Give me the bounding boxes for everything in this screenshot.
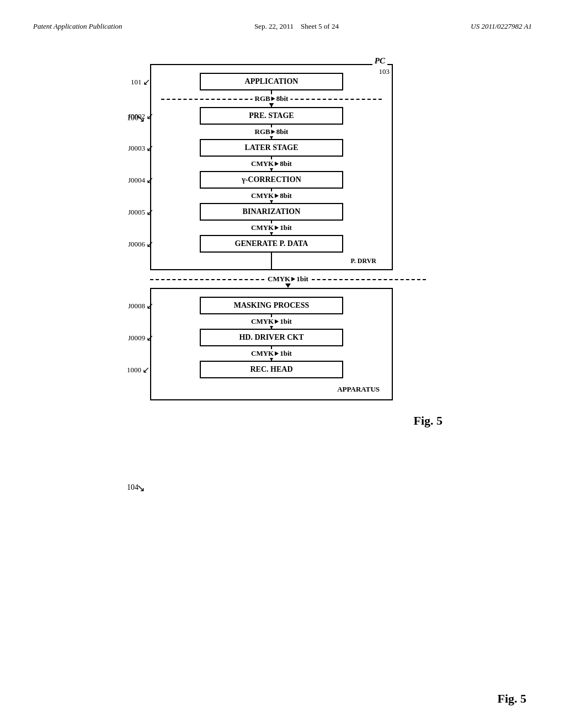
header-sheet: Sheet 5 of 24 xyxy=(301,22,339,30)
ref-J0003: J0003 ↙ xyxy=(128,143,153,153)
header-right: US 2011/0227982 A1 xyxy=(471,22,532,31)
publication-label: Patent Application Publication xyxy=(33,22,122,30)
binarization-row: J0005 ↙ BINARIZATION xyxy=(161,203,382,221)
signal-cmyk-1bit-inter-label: CMYK 1bit xyxy=(264,275,312,283)
block-hd-driver-ckt: HD. DRIVER CKT xyxy=(200,329,343,346)
hd-driver-ckt-row: J0009 ↙ HD. DRIVER CKT xyxy=(161,329,382,346)
ref-J0005: J0005 ↙ xyxy=(128,207,153,217)
block-binarization: BINARIZATION xyxy=(200,203,343,221)
signal-cmyk-1bit-4: CMYK 1bit xyxy=(161,346,382,361)
fig-5-label: Fig. 5 xyxy=(497,692,526,706)
signal-cmyk-8bit-2-label: CMYK 8bit xyxy=(249,191,294,200)
signal-rgb-top: RGB 8bit xyxy=(161,90,382,107)
signal-cmyk-8bit-1: CMYK 8bit xyxy=(161,157,382,171)
header-left: Patent Application Publication xyxy=(33,22,122,31)
arrow-104: ↙ xyxy=(137,482,145,494)
pc-label: PC xyxy=(372,56,387,66)
signal-cmyk-1bit-3-label: CMYK 1bit xyxy=(249,317,294,326)
page: Patent Application Publication Sep. 22, … xyxy=(0,0,565,728)
block-rec-head: REC. HEAD xyxy=(200,361,343,378)
signal-rgb-8bit-2: RGB 8bit xyxy=(253,127,291,136)
signal-cmyk-1bit-1-label: CMYK 1bit xyxy=(249,223,294,232)
ref-101: 101 ↙ xyxy=(131,77,150,87)
block-gamma-correction: γ-CORRECTION xyxy=(200,171,343,189)
signal-cmyk-1bit-4-label: CMYK 1bit xyxy=(249,349,294,358)
block-generate-p-data: GENERATE P. DATA xyxy=(200,235,343,253)
header: Patent Application Publication Sep. 22, … xyxy=(33,22,532,31)
pc-box: PC 103 101 ↙ APPLICATION xyxy=(150,64,393,270)
generate-p-data-row: J0006 ↙ GENERATE P. DATA xyxy=(161,235,382,253)
ref-J0002: J0002 ↙ xyxy=(128,111,153,121)
application-row: 101 ↙ APPLICATION xyxy=(161,73,382,90)
apparatus-label: APPARATUS xyxy=(161,385,382,394)
ref-J0004: J0004 ↙ xyxy=(128,175,153,185)
apparatus-box: J0008 ↙ MASKING PROCESS CMYK 1bit xyxy=(150,288,393,400)
pre-stage-row: J0002 ↙ PRE. STAGE xyxy=(161,107,382,125)
inter-box-signal: CMYK 1bit xyxy=(150,270,426,288)
gamma-correction-row: J0004 ↙ γ-CORRECTION xyxy=(161,171,382,189)
signal-rgb-8bit-top: RGB 8bit xyxy=(253,94,291,103)
header-date: Sep. 22, 2011 xyxy=(254,22,294,30)
signal-p-drvr: P. DRVR xyxy=(161,253,382,269)
fig-label: Fig. 5 xyxy=(413,414,443,428)
signal-cmyk-1bit-1: CMYK 1bit xyxy=(161,221,382,235)
block-pre-stage: PRE. STAGE xyxy=(200,107,343,125)
ref-J0006: J0006 ↙ xyxy=(128,239,153,249)
ref-J0009: J0009 ↙ xyxy=(128,333,153,343)
header-center: Sep. 22, 2011 Sheet 5 of 24 xyxy=(254,22,339,31)
block-application: APPLICATION xyxy=(200,73,343,90)
signal-cmyk-8bit-1-label: CMYK 8bit xyxy=(249,159,294,168)
later-stage-row: J0003 ↙ LATER STAGE xyxy=(161,139,382,157)
signal-cmyk-1bit-3: CMYK 1bit xyxy=(161,314,382,329)
signal-rgb-2: RGB 8bit xyxy=(161,125,382,139)
rec-head-row: 1000 ↙ REC. HEAD xyxy=(161,361,382,378)
ref-J0008: J0008 ↙ xyxy=(128,301,153,311)
block-later-stage: LATER STAGE xyxy=(200,139,343,157)
header-patent: US 2011/0227982 A1 xyxy=(471,22,532,30)
signal-cmyk-8bit-2: CMYK 8bit xyxy=(161,189,382,203)
block-masking-process: MASKING PROCESS xyxy=(200,297,343,314)
p-drvr-label: P. DRVR xyxy=(351,257,376,265)
ref-J1000: 1000 ↙ xyxy=(127,365,150,375)
masking-process-row: J0008 ↙ MASKING PROCESS xyxy=(161,297,382,314)
